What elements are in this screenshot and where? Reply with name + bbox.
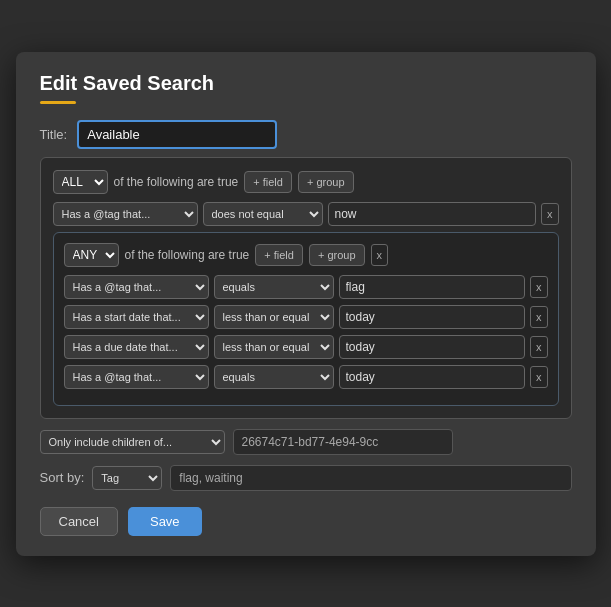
outer-add-group-button[interactable]: + group [298,171,354,193]
save-button[interactable]: Save [128,507,202,536]
inner-condition-remove-0[interactable]: x [530,276,548,298]
title-underline [40,101,76,104]
outer-op-select[interactable]: does not equal equals less than or equal [203,202,323,226]
dialog-buttons: Cancel Save [40,507,572,536]
inner-condition-remove-1[interactable]: x [530,306,548,328]
title-row: Title: [40,120,572,149]
inner-conditions-text: of the following are true [125,248,250,262]
inner-condition-row-3: Has a @tag that... Has a start date that… [64,365,548,389]
outer-conditions-header: ALL ANY of the following are true + fiel… [53,170,559,194]
inner-field-select-2[interactable]: Has a due date that... Has a @tag that..… [64,335,209,359]
inner-op-select-2[interactable]: less than or equal equals does not equal [214,335,334,359]
scope-row: Only include children of... Include all [40,429,572,455]
inner-conditions-header: ANY ALL of the following are true + fiel… [64,243,548,267]
inner-add-group-button[interactable]: + group [309,244,365,266]
outer-condition-row: Has a @tag that... Has a start date that… [53,202,559,226]
outer-conditions-box: ALL ANY of the following are true + fiel… [40,157,572,419]
sort-label: Sort by: [40,470,85,485]
outer-add-field-button[interactable]: + field [244,171,292,193]
inner-field-select-1[interactable]: Has a start date that... Has a @tag that… [64,305,209,329]
inner-condition-value-3[interactable] [339,365,526,389]
title-label: Title: [40,127,68,142]
inner-condition-value-2[interactable] [339,335,526,359]
inner-conditions-box: ANY ALL of the following are true + fiel… [53,232,559,406]
sort-value-input[interactable] [170,465,571,491]
inner-condition-value-1[interactable] [339,305,526,329]
outer-condition-value[interactable] [328,202,537,226]
outer-field-select[interactable]: Has a @tag that... Has a start date that… [53,202,198,226]
inner-op-select-3[interactable]: equals does not equal less than or equal [214,365,334,389]
sort-row: Sort by: Tag Title Date [40,465,572,491]
inner-condition-remove-2[interactable]: x [530,336,548,358]
inner-op-select-0[interactable]: equals does not equal less than or equal [214,275,334,299]
outer-logic-select[interactable]: ALL ANY [53,170,108,194]
inner-logic-select[interactable]: ANY ALL [64,243,119,267]
scope-select[interactable]: Only include children of... Include all [40,430,225,454]
inner-field-select-0[interactable]: Has a @tag that... Has a start date that… [64,275,209,299]
title-input[interactable] [77,120,277,149]
outer-conditions-text: of the following are true [114,175,239,189]
inner-condition-row-0: Has a @tag that... Has a start date that… [64,275,548,299]
inner-op-select-1[interactable]: less than or equal equals does not equal [214,305,334,329]
outer-condition-remove-button[interactable]: x [541,203,559,225]
inner-add-field-button[interactable]: + field [255,244,303,266]
cancel-button[interactable]: Cancel [40,507,118,536]
scope-uuid-input[interactable] [233,429,453,455]
edit-saved-search-dialog: Edit Saved Search Title: ALL ANY of the … [16,52,596,556]
inner-condition-value-0[interactable] [339,275,526,299]
sort-select[interactable]: Tag Title Date [92,466,162,490]
inner-group-remove-button[interactable]: x [371,244,389,266]
dialog-title: Edit Saved Search [40,72,572,95]
inner-field-select-3[interactable]: Has a @tag that... Has a start date that… [64,365,209,389]
inner-condition-remove-3[interactable]: x [530,366,548,388]
inner-condition-row-1: Has a start date that... Has a @tag that… [64,305,548,329]
inner-condition-row-2: Has a due date that... Has a @tag that..… [64,335,548,359]
